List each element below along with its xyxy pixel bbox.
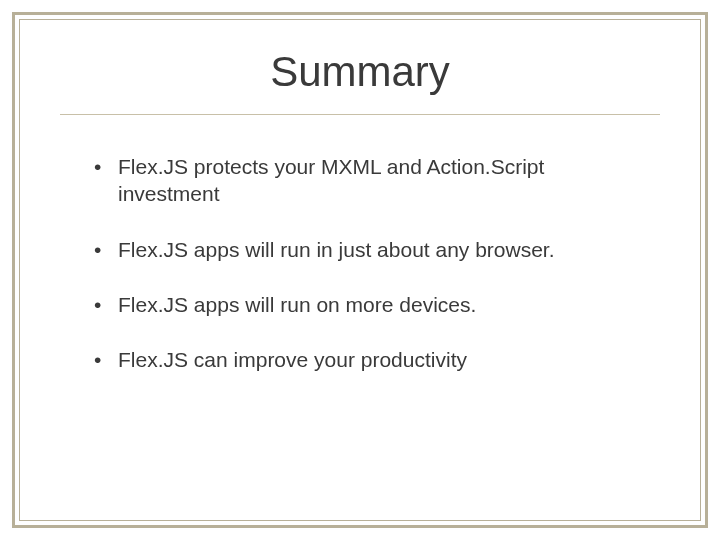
list-item: Flex.JS protects your MXML and Action.Sc…	[90, 153, 650, 208]
bullet-list: Flex.JS protects your MXML and Action.Sc…	[60, 115, 660, 373]
slide-title: Summary	[60, 40, 660, 114]
list-item: Flex.JS apps will run on more devices.	[90, 291, 650, 318]
slide-outer-border: Summary Flex.JS protects your MXML and A…	[12, 12, 708, 528]
list-item: Flex.JS can improve your productivity	[90, 346, 650, 373]
slide-inner-border: Summary Flex.JS protects your MXML and A…	[19, 19, 701, 521]
list-item: Flex.JS apps will run in just about any …	[90, 236, 650, 263]
